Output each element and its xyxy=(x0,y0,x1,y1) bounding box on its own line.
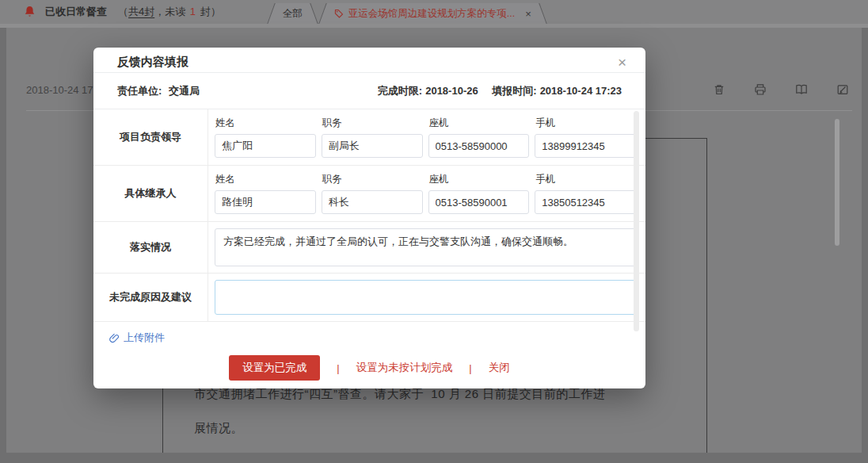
total-count: 共4封 xyxy=(128,6,154,17)
row-label: 落实情况 xyxy=(93,222,208,273)
form-row-status: 落实情况 方案已经完成，并通过了全局的认可，正在与交警支队沟通，确保交通顺畅。 xyxy=(93,222,645,274)
annotate-icon[interactable] xyxy=(836,83,849,96)
form-row-reason: 未完成原因及建议 xyxy=(93,274,645,322)
mail-count: （共4封，未读 1 封） xyxy=(118,5,221,19)
modal-body: 项目负责领导 姓名 职务 座机 手机 具体继承人 姓名 职务 座机 xyxy=(93,109,645,350)
field-label: 姓名 xyxy=(215,173,316,186)
handler-landline-input[interactable] xyxy=(428,190,530,214)
leader-title-input[interactable] xyxy=(322,134,423,158)
handler-mobile-input[interactable] xyxy=(535,190,636,214)
print-icon[interactable] xyxy=(754,83,767,96)
tab-document-label: 亚运会场馆周边建设规划方案的专项... xyxy=(348,7,515,21)
field-label: 姓名 xyxy=(215,117,316,130)
page-scrollbar[interactable] xyxy=(835,119,839,246)
footer-divider: | xyxy=(469,362,471,374)
row-label: 具体继承人 xyxy=(93,166,208,221)
leader-name-input[interactable] xyxy=(215,134,316,158)
close-button[interactable]: 关闭 xyxy=(489,361,510,375)
modal-close-icon[interactable]: × xyxy=(618,55,626,70)
filltime-value: 2018-10-24 17:23 xyxy=(540,85,622,97)
tab-all-label: 全部 xyxy=(283,7,303,21)
modal-info-row: 责任单位: 交通局 完成时限:2018-10-26 填报时间:2018-10-2… xyxy=(93,73,645,109)
field-label: 职务 xyxy=(322,117,423,130)
set-not-completed-button[interactable]: 设置为未按计划完成 xyxy=(356,361,453,375)
row-label: 未完成原因及建议 xyxy=(93,274,208,321)
field-label: 座机 xyxy=(429,117,530,130)
delete-icon[interactable] xyxy=(713,83,725,96)
unread-count: 1 xyxy=(188,6,197,17)
handler-title-input[interactable] xyxy=(322,190,423,214)
upload-attachment-link[interactable]: 上传附件 xyxy=(109,331,165,345)
field-label: 手机 xyxy=(535,117,636,130)
tab-bar: 全部 亚运会场馆周边建设规划方案的专项... × xyxy=(267,0,547,24)
page-title: 已收日常督查 xyxy=(45,5,107,19)
mail-toolbar xyxy=(713,83,849,96)
deadline-value: 2018-10-26 xyxy=(425,85,478,97)
field-label: 手机 xyxy=(535,173,636,186)
attachment-section: 上传附件 W 亚运会期间我市交通规划方案.docx 85.36K 删除 xyxy=(93,322,645,350)
set-completed-button[interactable]: 设置为已完成 xyxy=(229,355,320,381)
modal-scrollbar[interactable] xyxy=(634,111,639,331)
tab-close-icon[interactable]: × xyxy=(525,8,531,20)
document-text-line1: 市交通拥堵工作进行“四互”督查。请大家于 10 月 26 日前提交目前的工作进 xyxy=(194,387,605,402)
leader-landline-input[interactable] xyxy=(428,134,530,158)
leader-mobile-input[interactable] xyxy=(535,134,636,158)
row-label: 项目负责领导 xyxy=(93,109,208,165)
feedback-modal: 反馈内容填报 × 责任单位: 交通局 完成时限:2018-10-26 填报时间:… xyxy=(93,48,645,388)
document-text-line2: 展情况。 xyxy=(194,421,243,436)
responsible-unit: 责任单位: 交通局 xyxy=(117,84,200,98)
unit-value: 交通局 xyxy=(169,85,200,97)
time-info: 完成时限:2018-10-26 填报时间:2018-10-24 17:23 xyxy=(378,84,622,98)
modal-footer: 设置为已完成 | 设置为未按计划完成 | 关闭 xyxy=(93,350,645,388)
status-textarea[interactable]: 方案已经完成，并通过了全局的认可，正在与交警支队沟通，确保交通顺畅。 xyxy=(215,228,636,266)
tab-all[interactable]: 全部 xyxy=(267,3,318,24)
field-label: 职务 xyxy=(322,173,423,186)
read-icon[interactable] xyxy=(795,83,808,96)
tab-document[interactable]: 亚运会场馆周边建设规划方案的专项... × xyxy=(318,3,547,24)
footer-divider: | xyxy=(337,362,339,374)
field-label: 座机 xyxy=(429,173,530,186)
modal-header: 反馈内容填报 × xyxy=(93,48,645,73)
top-bar: 已收日常督查 （共4封，未读 1 封） 全部 亚运会场馆周边建设规划方案的专项.… xyxy=(0,0,868,24)
form-row-handler: 具体继承人 姓名 职务 座机 手机 xyxy=(93,166,645,222)
modal-title: 反馈内容填报 xyxy=(117,55,188,70)
tag-icon xyxy=(334,9,344,18)
handler-name-input[interactable] xyxy=(215,190,316,214)
paperclip-icon xyxy=(109,333,120,343)
form-row-leader: 项目负责领导 姓名 职务 座机 手机 xyxy=(93,109,645,166)
reason-textarea[interactable] xyxy=(215,280,636,315)
bell-icon xyxy=(24,6,36,18)
